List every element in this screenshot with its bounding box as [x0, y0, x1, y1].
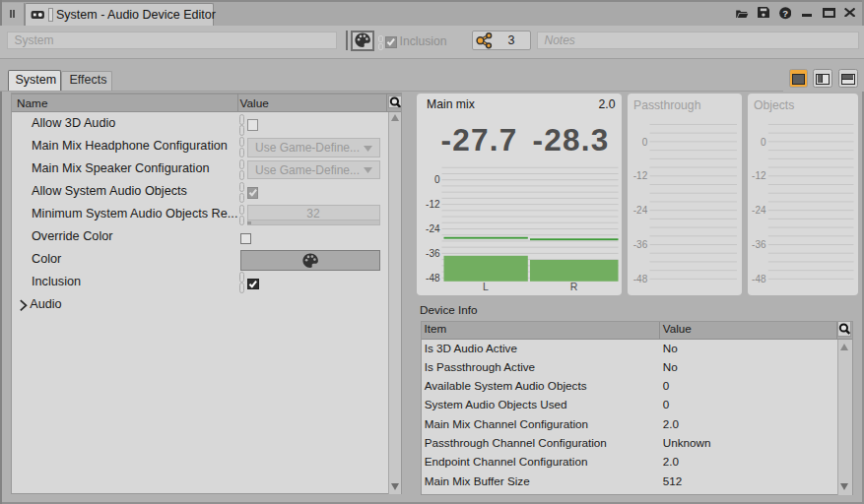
svg-text:R: R [570, 281, 578, 292]
svg-text:-12: -12 [426, 199, 440, 210]
svg-text:-24: -24 [426, 223, 440, 234]
svg-text:-48: -48 [752, 274, 766, 284]
svg-text:-12: -12 [633, 170, 648, 181]
svg-text:-24: -24 [752, 205, 766, 216]
svg-text:0: 0 [434, 174, 440, 185]
svg-text:0: 0 [642, 137, 648, 148]
svg-text:-12: -12 [752, 170, 766, 181]
svg-text:-48: -48 [426, 273, 440, 284]
svg-text:-24: -24 [633, 205, 648, 216]
svg-text:-36: -36 [752, 239, 766, 250]
svg-text:-36: -36 [426, 248, 440, 259]
svg-text:L: L [483, 281, 489, 292]
svg-text:0: 0 [761, 137, 766, 148]
svg-text:-48: -48 [633, 274, 648, 284]
svg-text:?: ? [782, 8, 788, 19]
svg-text:-36: -36 [633, 239, 648, 250]
